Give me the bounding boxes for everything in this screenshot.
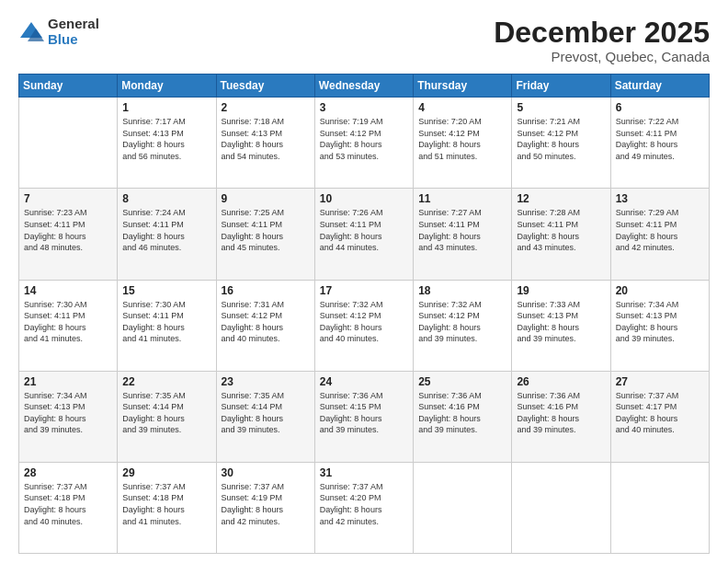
calendar-cell: 12Sunrise: 7:28 AM Sunset: 4:11 PM Dayli… <box>512 189 610 280</box>
logo-general: General <box>48 17 99 32</box>
calendar-cell: 16Sunrise: 7:31 AM Sunset: 4:12 PM Dayli… <box>216 280 314 371</box>
weekday-header-thursday: Thursday <box>414 75 512 98</box>
day-number: 21 <box>24 375 112 388</box>
calendar-cell: 19Sunrise: 7:33 AM Sunset: 4:13 PM Dayli… <box>512 280 610 371</box>
day-info: Sunrise: 7:36 AM Sunset: 4:16 PM Dayligh… <box>517 390 605 436</box>
calendar-cell: 15Sunrise: 7:30 AM Sunset: 4:11 PM Dayli… <box>118 280 216 371</box>
day-number: 7 <box>24 192 112 205</box>
day-info: Sunrise: 7:26 AM Sunset: 4:11 PM Dayligh… <box>320 207 408 253</box>
calendar-cell: 28Sunrise: 7:37 AM Sunset: 4:18 PM Dayli… <box>19 462 118 553</box>
day-number: 2 <box>222 101 310 114</box>
weekday-header-tuesday: Tuesday <box>216 75 314 98</box>
day-number: 15 <box>122 284 210 297</box>
calendar-cell: 24Sunrise: 7:36 AM Sunset: 4:15 PM Dayli… <box>314 371 413 462</box>
day-info: Sunrise: 7:23 AM Sunset: 4:11 PM Dayligh… <box>24 207 112 253</box>
day-info: Sunrise: 7:18 AM Sunset: 4:13 PM Dayligh… <box>222 116 310 162</box>
day-number: 24 <box>320 375 408 388</box>
day-number: 10 <box>320 192 408 205</box>
day-info: Sunrise: 7:32 AM Sunset: 4:12 PM Dayligh… <box>320 299 408 345</box>
calendar-cell: 23Sunrise: 7:35 AM Sunset: 4:14 PM Dayli… <box>216 371 314 462</box>
calendar-cell: 3Sunrise: 7:19 AM Sunset: 4:12 PM Daylig… <box>314 98 413 189</box>
day-number: 11 <box>418 192 506 205</box>
day-number: 30 <box>222 466 310 479</box>
weekday-header-row: SundayMondayTuesdayWednesdayThursdayFrid… <box>19 75 710 98</box>
calendar-cell: 5Sunrise: 7:21 AM Sunset: 4:12 PM Daylig… <box>512 98 610 189</box>
day-number: 18 <box>418 284 506 297</box>
calendar-cell: 4Sunrise: 7:20 AM Sunset: 4:12 PM Daylig… <box>414 98 512 189</box>
calendar-cell: 30Sunrise: 7:37 AM Sunset: 4:19 PM Dayli… <box>216 462 314 553</box>
day-number: 17 <box>320 284 408 297</box>
calendar-cell: 22Sunrise: 7:35 AM Sunset: 4:14 PM Dayli… <box>118 371 216 462</box>
logo-blue: Blue <box>48 32 99 48</box>
day-info: Sunrise: 7:34 AM Sunset: 4:13 PM Dayligh… <box>24 390 112 436</box>
day-info: Sunrise: 7:36 AM Sunset: 4:15 PM Dayligh… <box>320 390 408 436</box>
week-row-2: 14Sunrise: 7:30 AM Sunset: 4:11 PM Dayli… <box>19 280 710 371</box>
day-info: Sunrise: 7:37 AM Sunset: 4:18 PM Dayligh… <box>24 481 112 527</box>
day-info: Sunrise: 7:31 AM Sunset: 4:12 PM Dayligh… <box>222 299 310 345</box>
day-info: Sunrise: 7:22 AM Sunset: 4:11 PM Dayligh… <box>616 116 704 162</box>
day-number: 14 <box>24 284 112 297</box>
day-info: Sunrise: 7:28 AM Sunset: 4:11 PM Dayligh… <box>517 207 605 253</box>
day-info: Sunrise: 7:24 AM Sunset: 4:11 PM Dayligh… <box>122 207 210 253</box>
day-info: Sunrise: 7:37 AM Sunset: 4:17 PM Dayligh… <box>616 390 704 436</box>
day-info: Sunrise: 7:19 AM Sunset: 4:12 PM Dayligh… <box>320 116 408 162</box>
month-title: December 2025 <box>494 17 710 49</box>
weekday-header-monday: Monday <box>118 75 216 98</box>
weekday-header-wednesday: Wednesday <box>314 75 413 98</box>
day-info: Sunrise: 7:35 AM Sunset: 4:14 PM Dayligh… <box>222 390 310 436</box>
calendar-cell: 20Sunrise: 7:34 AM Sunset: 4:13 PM Dayli… <box>610 280 709 371</box>
calendar-cell <box>512 462 610 553</box>
day-number: 13 <box>616 192 704 205</box>
calendar-cell: 27Sunrise: 7:37 AM Sunset: 4:17 PM Dayli… <box>610 371 709 462</box>
calendar-cell: 13Sunrise: 7:29 AM Sunset: 4:11 PM Dayli… <box>610 189 709 280</box>
day-info: Sunrise: 7:25 AM Sunset: 4:11 PM Dayligh… <box>222 207 310 253</box>
day-number: 27 <box>616 375 704 388</box>
week-row-3: 21Sunrise: 7:34 AM Sunset: 4:13 PM Dayli… <box>19 371 710 462</box>
calendar-cell <box>414 462 512 553</box>
day-info: Sunrise: 7:27 AM Sunset: 4:11 PM Dayligh… <box>418 207 506 253</box>
page: General Blue December 2025 Prevost, Queb… <box>0 0 728 563</box>
logo-icon <box>18 19 44 45</box>
day-number: 6 <box>616 101 704 114</box>
calendar-cell: 2Sunrise: 7:18 AM Sunset: 4:13 PM Daylig… <box>216 98 314 189</box>
logo-text: General Blue <box>48 17 99 47</box>
day-info: Sunrise: 7:37 AM Sunset: 4:20 PM Dayligh… <box>320 481 408 527</box>
calendar-cell: 31Sunrise: 7:37 AM Sunset: 4:20 PM Dayli… <box>314 462 413 553</box>
day-number: 19 <box>517 284 605 297</box>
day-info: Sunrise: 7:21 AM Sunset: 4:12 PM Dayligh… <box>517 116 605 162</box>
week-row-1: 7Sunrise: 7:23 AM Sunset: 4:11 PM Daylig… <box>19 189 710 280</box>
day-number: 31 <box>320 466 408 479</box>
calendar-cell: 14Sunrise: 7:30 AM Sunset: 4:11 PM Dayli… <box>19 280 118 371</box>
day-info: Sunrise: 7:20 AM Sunset: 4:12 PM Dayligh… <box>418 116 506 162</box>
calendar-cell: 6Sunrise: 7:22 AM Sunset: 4:11 PM Daylig… <box>610 98 709 189</box>
logo: General Blue <box>18 17 99 47</box>
day-number: 5 <box>517 101 605 114</box>
header: General Blue December 2025 Prevost, Queb… <box>18 17 710 64</box>
week-row-0: 1Sunrise: 7:17 AM Sunset: 4:13 PM Daylig… <box>19 98 710 189</box>
calendar-cell: 11Sunrise: 7:27 AM Sunset: 4:11 PM Dayli… <box>414 189 512 280</box>
day-number: 26 <box>517 375 605 388</box>
location: Prevost, Quebec, Canada <box>494 49 710 64</box>
weekday-header-friday: Friday <box>512 75 610 98</box>
calendar-cell: 29Sunrise: 7:37 AM Sunset: 4:18 PM Dayli… <box>118 462 216 553</box>
calendar-cell: 18Sunrise: 7:32 AM Sunset: 4:12 PM Dayli… <box>414 280 512 371</box>
calendar-cell: 9Sunrise: 7:25 AM Sunset: 4:11 PM Daylig… <box>216 189 314 280</box>
calendar-cell: 1Sunrise: 7:17 AM Sunset: 4:13 PM Daylig… <box>118 98 216 189</box>
day-info: Sunrise: 7:17 AM Sunset: 4:13 PM Dayligh… <box>122 116 210 162</box>
day-number: 25 <box>418 375 506 388</box>
day-number: 20 <box>616 284 704 297</box>
calendar-cell: 26Sunrise: 7:36 AM Sunset: 4:16 PM Dayli… <box>512 371 610 462</box>
weekday-header-saturday: Saturday <box>610 75 709 98</box>
week-row-4: 28Sunrise: 7:37 AM Sunset: 4:18 PM Dayli… <box>19 462 710 553</box>
day-number: 9 <box>222 192 310 205</box>
title-block: December 2025 Prevost, Quebec, Canada <box>494 17 710 64</box>
calendar: SundayMondayTuesdayWednesdayThursdayFrid… <box>18 74 710 554</box>
day-info: Sunrise: 7:32 AM Sunset: 4:12 PM Dayligh… <box>418 299 506 345</box>
calendar-cell: 17Sunrise: 7:32 AM Sunset: 4:12 PM Dayli… <box>314 280 413 371</box>
calendar-cell: 25Sunrise: 7:36 AM Sunset: 4:16 PM Dayli… <box>414 371 512 462</box>
day-info: Sunrise: 7:33 AM Sunset: 4:13 PM Dayligh… <box>517 299 605 345</box>
day-number: 28 <box>24 466 112 479</box>
day-info: Sunrise: 7:34 AM Sunset: 4:13 PM Dayligh… <box>616 299 704 345</box>
calendar-cell: 7Sunrise: 7:23 AM Sunset: 4:11 PM Daylig… <box>19 189 118 280</box>
day-number: 4 <box>418 101 506 114</box>
